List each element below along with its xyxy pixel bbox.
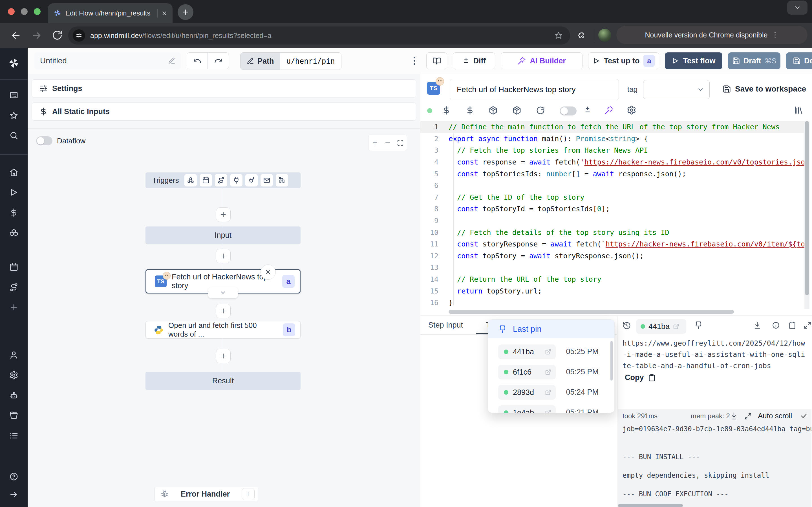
add-step-button[interactable] [216,207,231,222]
error-handler-node[interactable]: Error Handler [154,487,258,501]
kafka-trigger-icon[interactable] [245,174,258,186]
sidebar-item-folders[interactable] [9,411,18,420]
undo-button[interactable] [193,57,202,65]
copy-button[interactable]: Copy [625,373,656,382]
pin-history-item[interactable]: 2893d05:24 PM [488,382,614,402]
test-up-to-step-badge[interactable]: a [644,55,655,67]
chrome-update-button[interactable]: Nouvelle version de Chrome disponible [616,26,808,44]
run-hash-pill[interactable]: 441ba [498,344,556,359]
code-editor[interactable]: 1// Define the main function to fetch th… [420,121,804,309]
editor-settings-icon[interactable] [627,105,637,115]
fit-view-icon[interactable] [397,139,404,146]
code-line[interactable]: 8 const topStoryId = topStoriesIds[0]; [420,203,804,215]
flow-settings-button[interactable]: Settings [32,79,416,98]
pin-history-item[interactable]: 1e4ab05:21 PM [488,402,614,413]
diff-mode-icon[interactable] [583,106,592,114]
editor-toggle[interactable] [560,107,576,115]
close-window-button[interactable] [8,8,15,15]
sidebar-item-search[interactable] [9,131,18,140]
run-hash-pill[interactable]: 2893d [498,385,556,400]
sidebar-item-favorites[interactable] [9,111,18,120]
sidebar-item-settings[interactable] [9,371,18,380]
last-pin-option[interactable]: Last pin [488,320,614,338]
expand-step-button[interactable] [208,287,238,298]
reload-icon[interactable] [52,30,63,41]
all-static-inputs-button[interactable]: All Static Inputs [32,103,416,121]
sidebar-item-home[interactable] [9,168,18,177]
download-logs-icon[interactable] [730,413,738,420]
bookmark-icon[interactable] [554,31,563,40]
test-flow-button[interactable]: Test flow [665,52,722,69]
step-b-node[interactable]: Open url and fetch first 500 words of ..… [146,321,301,339]
run-badge[interactable]: 441ba [636,319,686,334]
add-step-button[interactable] [216,304,231,318]
download-icon[interactable] [753,321,761,329]
package-icon[interactable] [489,106,498,115]
expand-result-icon[interactable] [804,321,811,329]
pin-history-item[interactable]: 6f1c605:25 PM [488,362,614,382]
windmill-logo[interactable] [8,57,20,69]
back-icon[interactable] [10,30,21,41]
site-info-button[interactable] [73,29,85,42]
code-line[interactable]: 16} [420,297,804,309]
code-line[interactable]: 6 [420,180,804,191]
external-link-icon[interactable] [545,369,551,375]
chrome-menu-icon[interactable] [771,31,779,39]
ai-assist-icon[interactable] [604,105,614,115]
run-hash-pill[interactable]: 6f1c6 [498,365,556,379]
add-error-handler-button[interactable] [242,488,255,500]
sidebar-item-workers[interactable] [9,391,18,400]
sidebar-expand-icon[interactable] [9,490,18,499]
zoom-in-icon[interactable] [371,139,378,146]
sidebar-item-resources[interactable] [9,229,18,238]
code-line[interactable]: 9 [420,215,804,227]
dataflow-toggle[interactable] [36,136,52,145]
code-line[interactable]: 4 const response = await fetch('https://… [420,156,804,168]
code-line[interactable]: 11 const storyResponse = await fetch(`ht… [420,238,804,250]
more-options-icon[interactable] [409,55,420,66]
code-line[interactable]: 3 // Fetch the top stories from Hacker N… [420,145,804,156]
copy-result-icon[interactable] [788,321,796,329]
sidebar-item-audit-logs[interactable] [9,431,18,440]
websocket-trigger-icon[interactable] [230,174,243,186]
zoom-out-icon[interactable] [384,139,391,146]
sidebar-item-help[interactable] [9,472,18,481]
sidebar-item-users[interactable] [9,350,18,359]
remove-step-button[interactable] [260,265,276,280]
path-button[interactable]: Path u/henri/pin [240,52,342,70]
sidebar-item-schedules[interactable] [9,263,18,272]
forward-icon[interactable] [31,30,42,41]
pin-history-item[interactable]: 441ba05:25 PM [488,342,614,362]
extensions-icon[interactable] [577,31,587,40]
external-link-icon[interactable] [545,349,551,355]
draft-button[interactable]: Draft ⌘S [728,52,780,69]
dropdown-scroll-thumb[interactable] [610,341,613,381]
sidebar-item-routes[interactable] [9,283,18,292]
avatar[interactable] [598,29,611,42]
zoom-window-button[interactable] [34,8,41,15]
pin-icon[interactable] [694,321,703,329]
input-node[interactable]: Input [146,226,301,244]
ai-builder-button[interactable]: AI Builder [501,52,582,69]
package-lock-icon[interactable] [512,106,521,115]
logs-panel[interactable]: took 291ms mem peak: 2 Auto scroll job=0… [618,409,811,507]
add-step-button[interactable] [216,249,231,263]
save-to-workspace-button[interactable]: Save to workspace [723,84,806,94]
browser-tab[interactable]: Edit Flow u/henri/pin_results [48,3,172,23]
deploy-button[interactable]: Deploy [786,52,812,69]
docs-button[interactable] [426,52,447,69]
minimize-window-button[interactable] [21,8,28,15]
add-step-button[interactable] [216,349,231,363]
tab-search-button[interactable] [787,1,808,15]
test-up-to-button[interactable]: Test up to a [588,52,659,69]
redo-button[interactable] [214,57,222,65]
edit-name-icon[interactable] [168,57,175,64]
schedule-trigger-icon[interactable] [200,174,212,186]
code-line[interactable]: 14 // Return the URL of the top story [420,274,804,285]
code-line[interactable]: 5 const topStoriesIds: number[] = await … [420,168,804,180]
code-line[interactable]: 10 // Fetch the details of the top story… [420,226,804,238]
code-hscrollbar[interactable] [449,310,734,314]
expand-logs-icon[interactable] [744,413,752,420]
reload-script-icon[interactable] [536,106,545,115]
code-line[interactable]: 15 return topStory.url; [420,285,804,297]
